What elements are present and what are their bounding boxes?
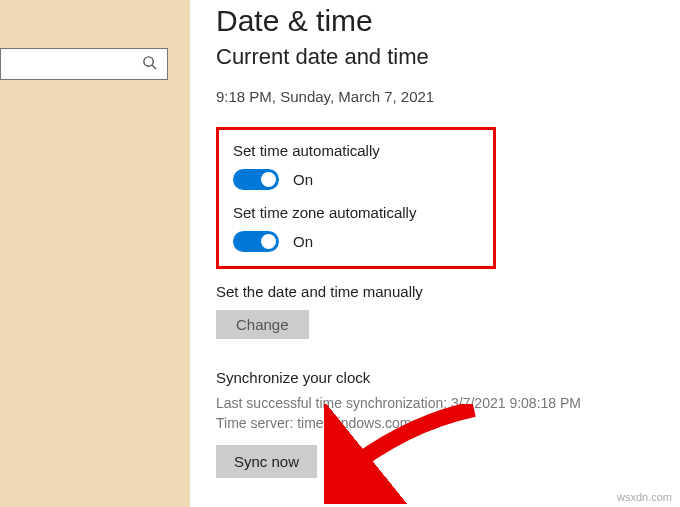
section-title: Current date and time	[216, 44, 680, 70]
search-input[interactable]	[0, 48, 168, 80]
set-tz-auto-state: On	[293, 233, 313, 250]
change-button[interactable]: Change	[216, 310, 309, 339]
sync-server: Time server: time.windows.com	[216, 414, 680, 434]
set-time-auto-label: Set time automatically	[233, 142, 479, 159]
sync-now-button[interactable]: Sync now	[216, 445, 317, 478]
page-title: Date & time	[216, 4, 680, 38]
svg-line-1	[152, 65, 156, 69]
svg-point-0	[144, 56, 153, 65]
set-tz-auto-toggle[interactable]	[233, 231, 279, 252]
sync-title: Synchronize your clock	[216, 369, 680, 386]
settings-content: Date & time Current date and time 9:18 P…	[216, 0, 680, 478]
set-time-auto-toggle[interactable]	[233, 169, 279, 190]
sync-last: Last successful time synchronization: 3/…	[216, 394, 680, 414]
search-icon	[142, 55, 157, 74]
set-tz-auto-label: Set time zone automatically	[233, 204, 479, 221]
current-datetime: 9:18 PM, Sunday, March 7, 2021	[216, 88, 680, 105]
sidebar	[0, 0, 190, 507]
watermark: wsxdn.com	[617, 491, 672, 503]
auto-settings-highlight: Set time automatically On Set time zone …	[216, 127, 496, 269]
manual-label: Set the date and time manually	[216, 283, 680, 300]
set-time-auto-state: On	[293, 171, 313, 188]
